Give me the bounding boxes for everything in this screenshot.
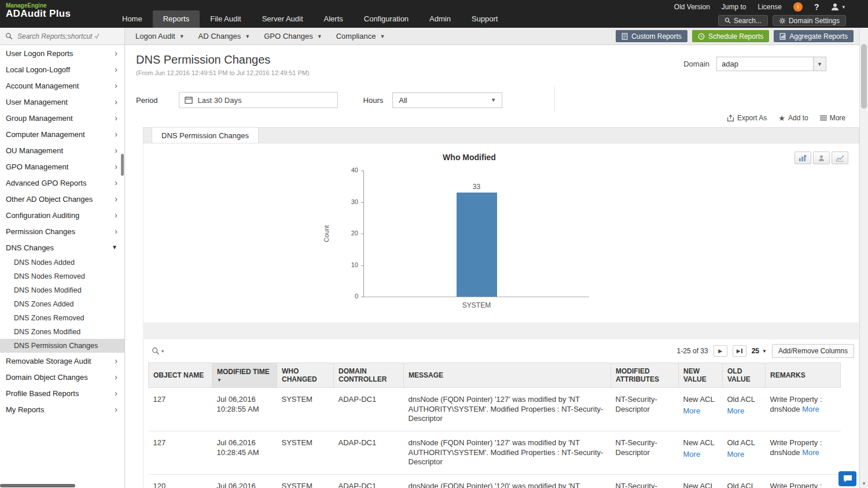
old-value-more-link[interactable]: More	[727, 406, 761, 416]
scroll-down-arrow[interactable]: ▼	[860, 479, 868, 487]
sidebar-item-dns-nodes-removed[interactable]: DNS Nodes Removed	[0, 269, 124, 283]
sidebar-item-removable-storage-audit[interactable]: Removable Storage Audit›	[0, 353, 124, 369]
column-header-object-name[interactable]: OBJECT NAME	[149, 363, 212, 388]
sidebar-item-group-management[interactable]: Group Management›	[0, 110, 124, 126]
tab-dns-permission-changes[interactable]: DNS Permission Changes	[152, 128, 259, 143]
sidebar-item-dns-changes[interactable]: DNS Changes▼	[0, 239, 124, 256]
remarks-more-link[interactable]: More	[802, 448, 819, 457]
page-size-select[interactable]: 25 ▼	[752, 347, 767, 355]
column-header-new-value[interactable]: NEW VALUE	[679, 363, 723, 388]
nav-item-configuration[interactable]: Configuration	[354, 10, 419, 28]
next-page-button[interactable]: ▶	[713, 345, 727, 357]
more-button[interactable]: More	[820, 114, 845, 122]
caret-down-icon: ▾	[842, 4, 845, 10]
column-header-modified-attributes[interactable]: MODIFIED ATTRIBUTES	[611, 363, 679, 388]
caret-down-icon: ▼	[179, 34, 185, 39]
sidebar-item-dns-zones-modified[interactable]: DNS Zones Modified	[0, 325, 124, 339]
sidebar-item-gpo-management[interactable]: GPO Management›	[0, 158, 124, 175]
menu-gpo-changes[interactable]: GPO Changes▼	[257, 28, 329, 45]
menu-logon-audit[interactable]: Logon Audit▼	[128, 28, 192, 45]
sidebar-item-dns-nodes-added[interactable]: DNS Nodes Added	[0, 256, 124, 269]
bar-chart-view-icon[interactable]	[795, 151, 811, 164]
column-header-domain-controller[interactable]: DOMAIN CONTROLLER	[334, 363, 404, 388]
column-header-who-changed[interactable]: WHO CHANGED	[277, 363, 334, 388]
add-to-button[interactable]: ★ Add to	[778, 114, 808, 123]
nav-item-home[interactable]: Home	[112, 10, 153, 28]
sidebar-item-user-management[interactable]: User Management›	[0, 94, 124, 110]
sidebar-item-account-management[interactable]: Account Management›	[0, 77, 124, 94]
menu-compliance[interactable]: Compliance▼	[329, 28, 392, 45]
add-remove-columns-button[interactable]: Add/Remove Columns	[772, 344, 854, 358]
report-search-input[interactable]	[17, 32, 120, 40]
aggregate-reports-button[interactable]: Aggregate Reports	[774, 30, 854, 42]
column-header-message[interactable]: MESSAGE	[404, 363, 611, 388]
last-page-button[interactable]: ▶	[733, 345, 746, 357]
sidebar-vertical-scrollbar[interactable]	[121, 154, 124, 176]
cell-new-value: New ACLMore	[679, 431, 723, 474]
feedback-button[interactable]	[838, 471, 856, 486]
search-button[interactable]: Search...	[718, 15, 768, 26]
report-header: DNS Permission Changes (From Jun 12,2016…	[126, 45, 859, 76]
top-link-old-version[interactable]: Old Version	[674, 3, 710, 11]
sidebar-item-configuration-auditing[interactable]: Configuration Auditing›	[0, 207, 124, 223]
table-search-button[interactable]: ▾	[152, 347, 164, 355]
sidebar-item-ou-management[interactable]: OU Management›	[0, 142, 124, 158]
sidebar-horizontal-scrollbar[interactable]	[0, 484, 75, 487]
domain-settings-button[interactable]: Domain Settings	[773, 15, 846, 26]
hours-select[interactable]: All ▼	[392, 93, 502, 108]
column-header-old-value[interactable]: OLD VALUE	[723, 363, 766, 388]
remarks-more-link[interactable]: More	[802, 405, 819, 413]
menu-ad-changes[interactable]: AD Changes▼	[192, 28, 258, 45]
cell-message: dnsNode (FQDN Pointer) '127' was modifie…	[404, 388, 611, 431]
new-value-more-link[interactable]: More	[683, 450, 718, 460]
top-link-license[interactable]: License	[758, 3, 782, 11]
column-header-remarks[interactable]: REMARKS	[766, 363, 841, 388]
domain-select[interactable]: adap ▼	[716, 57, 826, 71]
report-search-icon[interactable]	[0, 32, 17, 40]
chevron-right-icon: ›	[115, 130, 117, 138]
add-to-label: Add to	[788, 114, 808, 122]
brand-logo[interactable]: ManageEngine ADAudit Plus	[6, 2, 71, 20]
help-icon[interactable]: ?	[814, 2, 819, 12]
nav-item-server-audit[interactable]: Server Audit	[252, 10, 314, 28]
cell-message: dnsNode (FQDN Pointer) '120' was modifie…	[404, 474, 611, 488]
page-scrollbar-thumb[interactable]	[861, 44, 867, 109]
custom-reports-label: Custom Reports	[631, 32, 682, 40]
sidebar-item-my-reports[interactable]: My Reports›	[0, 401, 124, 417]
sidebar-item-computer-management[interactable]: Computer Management›	[0, 126, 124, 142]
top-link-jump-to[interactable]: Jump to	[722, 3, 746, 11]
sidebar-item-other-ad-object-changes[interactable]: Other AD Object Changes›	[0, 191, 124, 207]
user-menu[interactable]: ▾	[830, 2, 845, 12]
period-value: Last 30 Days	[198, 96, 242, 105]
sidebar-item-user-logon-reports[interactable]: User Logon Reports›	[0, 45, 124, 61]
sidebar-item-permission-changes[interactable]: Permission Changes›	[0, 223, 124, 239]
sidebar-item-advanced-gpo-reports[interactable]: Advanced GPO Reports›	[0, 175, 124, 191]
nav-item-support[interactable]: Support	[461, 10, 509, 28]
chevron-right-icon: ›	[115, 65, 117, 73]
custom-reports-button[interactable]: Custom Reports	[616, 30, 687, 42]
remarks-text: Write Property :	[770, 482, 822, 488]
chart-bar-system[interactable]: 33	[457, 193, 497, 297]
export-as-button[interactable]: Export As	[727, 114, 767, 122]
sidebar-item-profile-based-reports[interactable]: Profile Based Reports›	[0, 385, 124, 401]
period-input[interactable]: Last 30 Days	[179, 92, 338, 108]
sidebar-item-dns-nodes-modified[interactable]: DNS Nodes Modified	[0, 283, 124, 297]
nav-item-file-audit[interactable]: File Audit	[200, 10, 251, 28]
sidebar-item-dns-zones-added[interactable]: DNS Zones Added	[0, 297, 124, 311]
schedule-reports-button[interactable]: Schedule Reports	[692, 30, 769, 42]
community-icon[interactable]: !	[793, 2, 803, 12]
sidebar-item-domain-object-changes[interactable]: Domain Object Changes›	[0, 369, 124, 385]
sidebar-item-local-logon-logoff[interactable]: Local Logon-Logoff›	[0, 61, 124, 77]
nav-item-alerts[interactable]: Alerts	[314, 10, 354, 28]
nav-item-admin[interactable]: Admin	[419, 10, 461, 28]
user-summary-view-icon[interactable]	[813, 151, 830, 164]
sidebar-item-dns-zones-removed[interactable]: DNS Zones Removed	[0, 311, 124, 325]
new-value-more-link[interactable]: More	[683, 406, 718, 416]
sidebar-item-dns-permission-changes[interactable]: DNS Permission Changes	[0, 339, 124, 353]
old-value-more-link[interactable]: More	[727, 450, 761, 460]
column-header-modified-time[interactable]: MODIFIED TIME▼	[212, 363, 277, 388]
line-chart-view-icon[interactable]	[832, 151, 848, 164]
chevron-right-icon: ›	[115, 98, 117, 106]
nav-item-reports[interactable]: Reports	[153, 10, 200, 28]
page-scrollbar[interactable]: ▼	[859, 28, 868, 488]
